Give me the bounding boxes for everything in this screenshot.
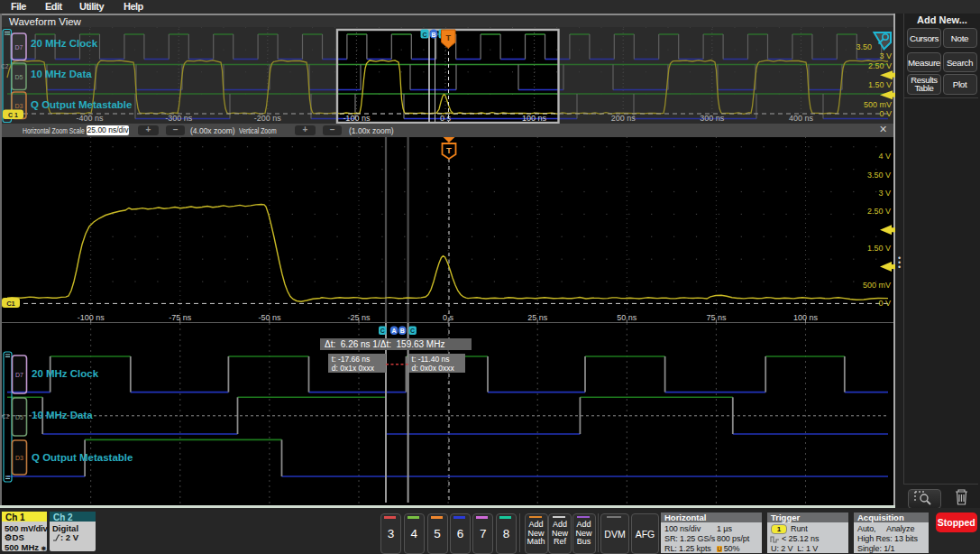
- svg-text:T: T: [445, 33, 451, 42]
- svg-text:0 V: 0 V: [879, 109, 892, 118]
- svg-text:D3: D3: [15, 103, 23, 109]
- svg-text:-100 ns: -100 ns: [343, 114, 371, 123]
- svg-text:D5: D5: [15, 74, 23, 80]
- svg-text:B: B: [400, 328, 405, 334]
- svg-text:200 ns: 200 ns: [611, 114, 637, 123]
- svg-text:-400 ns: -400 ns: [77, 114, 105, 123]
- svg-text:T: T: [446, 145, 452, 155]
- svg-text:C: C: [410, 328, 415, 334]
- svg-text:Q Output Metastable: Q Output Metastable: [32, 452, 133, 463]
- svg-text:-100 ns: -100 ns: [78, 313, 105, 322]
- svg-text:-300 ns: -300 ns: [165, 114, 193, 123]
- svg-text:0 s: 0 s: [440, 114, 452, 123]
- svg-text:C2: C2: [2, 413, 10, 420]
- svg-text:1.50 V: 1.50 V: [867, 244, 891, 253]
- svg-text:20 MHz Clock: 20 MHz Clock: [31, 38, 98, 49]
- svg-text:3 V: 3 V: [879, 51, 892, 60]
- svg-text:3 V: 3 V: [878, 189, 891, 198]
- svg-text:100 ns: 100 ns: [522, 114, 547, 123]
- svg-text:D7: D7: [15, 372, 23, 378]
- svg-text:0 V: 0 V: [878, 299, 891, 308]
- svg-text:D5: D5: [15, 414, 23, 420]
- svg-text:100 ns: 100 ns: [793, 313, 819, 322]
- svg-text:C2: C2: [1, 63, 9, 69]
- svg-text:A: A: [392, 328, 397, 334]
- svg-text:10 MHz Data: 10 MHz Data: [32, 410, 93, 420]
- svg-text:1.50 V: 1.50 V: [868, 80, 892, 89]
- svg-text:2.50 V: 2.50 V: [867, 207, 891, 216]
- svg-text:-200 ns: -200 ns: [254, 114, 282, 123]
- svg-text:300 ns: 300 ns: [700, 114, 725, 123]
- svg-text:50 ns: 50 ns: [617, 313, 637, 322]
- svg-text:-25 ns: -25 ns: [347, 313, 371, 322]
- svg-text:400 ns: 400 ns: [789, 114, 814, 123]
- svg-text:2.50 V: 2.50 V: [868, 61, 892, 70]
- svg-text:B: B: [431, 32, 435, 38]
- svg-text:Q Output Metastable: Q Output Metastable: [31, 99, 132, 110]
- svg-text:-75 ns: -75 ns: [169, 313, 192, 322]
- svg-text:C: C: [422, 32, 426, 38]
- svg-text:0 s: 0 s: [443, 313, 454, 322]
- svg-text:500 mV: 500 mV: [863, 281, 891, 290]
- svg-text:25 ns: 25 ns: [527, 313, 548, 322]
- svg-text:D7: D7: [15, 44, 23, 51]
- svg-text:10 MHz Data: 10 MHz Data: [31, 69, 92, 79]
- svg-text:3.50: 3.50: [856, 42, 872, 51]
- svg-text:-50 ns: -50 ns: [258, 313, 281, 322]
- svg-text:3.50 V: 3.50 V: [867, 171, 891, 180]
- svg-text:C: C: [380, 328, 385, 334]
- svg-text:C1: C1: [6, 300, 15, 308]
- svg-text:500 mV: 500 mV: [864, 100, 892, 109]
- svg-text:75 ns: 75 ns: [706, 313, 727, 322]
- svg-text:D3: D3: [15, 455, 23, 461]
- svg-text:4 V: 4 V: [878, 152, 891, 161]
- svg-text:20 MHz Clock: 20 MHz Clock: [32, 368, 99, 379]
- svg-text:C 1: C 1: [8, 112, 18, 118]
